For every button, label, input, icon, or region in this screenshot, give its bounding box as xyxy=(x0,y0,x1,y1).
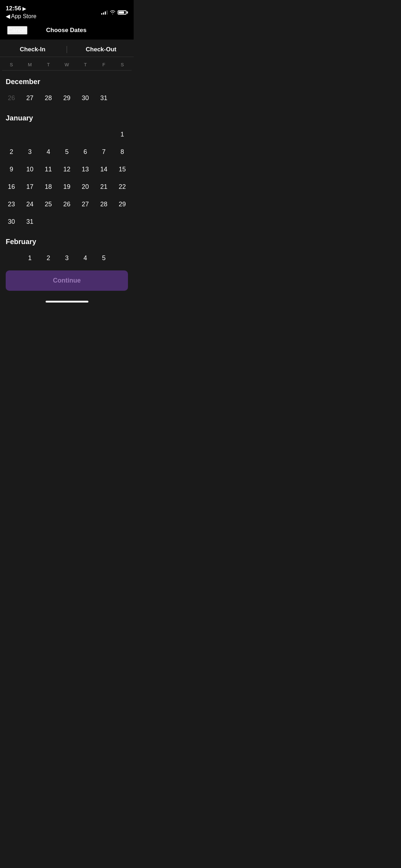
cal-day[interactable]: 29 xyxy=(58,89,76,107)
checkin-label: Check-In xyxy=(20,46,46,53)
checkout-col[interactable]: Check-Out xyxy=(68,46,134,53)
app-store-label: App Store xyxy=(11,13,36,20)
cal-day[interactable]: 28 xyxy=(94,196,113,213)
cal-day[interactable]: 31 xyxy=(94,89,113,107)
february-grid: 1 2 3 4 5 xyxy=(2,249,132,267)
cal-day[interactable]: 27 xyxy=(76,196,94,213)
month-february: February xyxy=(2,231,132,249)
cal-day[interactable]: 2 xyxy=(2,143,21,161)
checkin-header: Check-In Check-Out xyxy=(0,40,134,57)
home-bar xyxy=(46,301,88,303)
cal-day[interactable]: 12 xyxy=(58,161,76,178)
december-grid: 26 27 28 29 30 31 xyxy=(2,89,132,107)
cal-day[interactable]: 4 xyxy=(39,143,58,161)
cal-day[interactable]: 11 xyxy=(39,161,58,178)
day-header-fri: F xyxy=(94,62,113,67)
cal-day[interactable]: 26 xyxy=(2,89,21,107)
cal-day[interactable]: 3 xyxy=(21,143,39,161)
day-header-thu: T xyxy=(76,62,94,67)
status-icons xyxy=(101,10,128,15)
cal-day[interactable]: 21 xyxy=(94,178,113,196)
home-indicator xyxy=(0,298,134,305)
checkout-label: Check-Out xyxy=(86,46,117,53)
cal-day[interactable]: 14 xyxy=(94,161,113,178)
cal-day[interactable]: 26 xyxy=(58,196,76,213)
cal-day[interactable]: 30 xyxy=(2,213,21,231)
cal-day[interactable]: 15 xyxy=(113,161,132,178)
status-left: 12:56 ▶ ◀ App Store xyxy=(6,5,36,20)
page-title: Choose Dates xyxy=(46,27,86,34)
wifi-icon xyxy=(110,10,115,15)
cal-day[interactable]: 20 xyxy=(76,178,94,196)
day-header-sat: S xyxy=(113,62,132,67)
cal-day[interactable]: 6 xyxy=(76,143,94,161)
cal-day[interactable]: 25 xyxy=(39,196,58,213)
cal-day[interactable]: 24 xyxy=(21,196,39,213)
cal-day[interactable]: 5 xyxy=(58,143,76,161)
app-store-back[interactable]: ◀ App Store xyxy=(6,13,36,20)
cal-day[interactable]: 8 xyxy=(113,143,132,161)
day-header-wed: W xyxy=(58,62,76,67)
cal-day[interactable]: 2 xyxy=(39,249,58,267)
status-time: 12:56 ▶ xyxy=(6,5,36,12)
cal-day[interactable]: 4 xyxy=(76,249,94,267)
cal-day[interactable]: 16 xyxy=(2,178,21,196)
back-chevron-icon: ◀ xyxy=(6,13,10,20)
day-header-tue: T xyxy=(39,62,58,67)
month-december: December xyxy=(2,71,132,89)
cal-day[interactable]: 30 xyxy=(76,89,94,107)
day-header-mon: M xyxy=(21,62,39,67)
cal-day[interactable]: 9 xyxy=(2,161,21,178)
cal-day[interactable]: 10 xyxy=(21,161,39,178)
status-bar: 12:56 ▶ ◀ App Store xyxy=(0,0,134,22)
cal-day[interactable]: 22 xyxy=(113,178,132,196)
cal-day[interactable]: 28 xyxy=(39,89,58,107)
cal-day[interactable]: 7 xyxy=(94,143,113,161)
checkin-col[interactable]: Check-In xyxy=(0,46,65,53)
cal-day[interactable]: 1 xyxy=(21,249,39,267)
cal-day[interactable]: 3 xyxy=(58,249,76,267)
cancel-button[interactable]: Cancel xyxy=(7,26,27,35)
cal-day[interactable]: 27 xyxy=(21,89,39,107)
day-headers: S M T W T F S xyxy=(0,58,134,70)
month-january: January xyxy=(2,107,132,126)
cal-day[interactable]: 13 xyxy=(76,161,94,178)
signal-icon xyxy=(101,10,108,15)
nav-bar: Cancel Choose Dates xyxy=(0,22,134,40)
time-display: 12:56 xyxy=(6,5,21,12)
cal-day[interactable]: 23 xyxy=(2,196,21,213)
battery-icon xyxy=(118,10,128,15)
cal-day[interactable]: 18 xyxy=(39,178,58,196)
cal-day[interactable]: 19 xyxy=(58,178,76,196)
continue-button[interactable]: Continue xyxy=(6,270,128,291)
checkin-divider xyxy=(67,46,67,53)
cal-day[interactable]: 31 xyxy=(21,213,39,231)
location-icon: ▶ xyxy=(22,6,26,11)
cal-day[interactable]: 5 xyxy=(94,249,113,267)
cal-day[interactable]: 17 xyxy=(21,178,39,196)
january-grid: 1 2 3 4 5 6 7 8 9 10 11 12 13 14 15 16 1… xyxy=(2,126,132,231)
cal-day[interactable]: 29 xyxy=(113,196,132,213)
calendar-content: December 26 27 28 29 30 31 January 1 2 3… xyxy=(0,71,134,267)
day-header-sun: S xyxy=(2,62,21,67)
continue-bar: Continue xyxy=(0,267,134,298)
cal-day[interactable]: 1 xyxy=(113,126,132,143)
